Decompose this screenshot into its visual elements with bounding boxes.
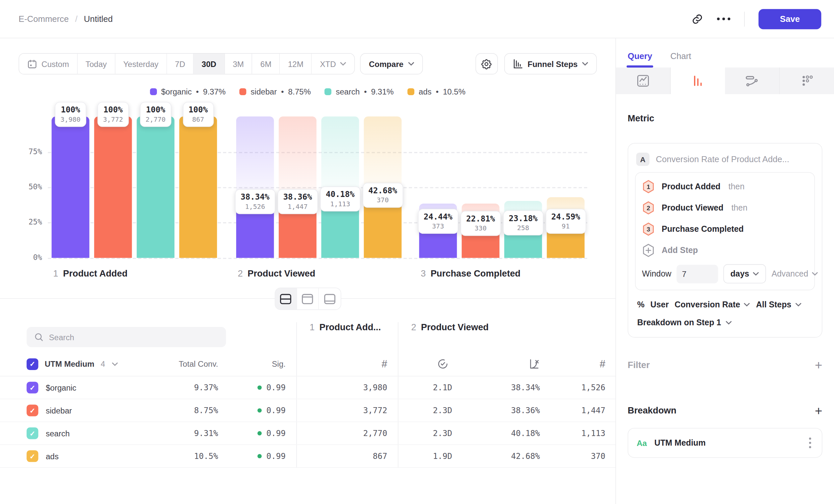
table-row[interactable]: ✓ sidebar 8.75% 0.99 3,772 2.3D 38.36% 1… [0,399,615,422]
tab-grid-chart[interactable] [780,68,834,94]
chevron-down-icon [340,62,346,66]
legend-item[interactable]: sidebar•8.75% [240,87,311,96]
funnel-step-row[interactable]: 1 Product Added then [642,176,808,197]
row-step2-count: 1,447 [540,406,616,415]
bar-value-tooltip: 24.59%91 [545,209,586,233]
range-30d[interactable]: 30D [194,54,225,74]
search-input[interactable] [49,333,219,342]
bar-value-tooltip: 22.81%330 [460,211,501,236]
measure-user-label[interactable]: User [651,300,669,310]
range-12m[interactable]: 12M [280,54,312,74]
advanced-toggle[interactable]: Advanced [772,269,818,278]
share-link-button[interactable] [692,13,703,25]
table-header-row-1: 1 Product Add... 2 Product Viewed [0,322,615,352]
layout-chart-only-button[interactable] [297,288,319,310]
funnel-step-row[interactable]: 2 Product Viewed then [642,197,808,219]
select-all-checkbox[interactable]: ✓ [26,358,38,370]
tab-funnel-chart[interactable] [671,68,725,94]
sig-dot [258,408,262,412]
window-unit-select[interactable]: days [724,264,766,283]
hexagon-plus-icon [642,244,655,257]
table-row[interactable]: ✓ search 9.31% 0.99 2,770 2.3D 40.18% 1,… [0,422,615,445]
add-breakdown-button[interactable]: + [815,405,822,417]
gear-icon [481,59,492,70]
breakdown-heading: Breakdown [628,406,676,416]
range-today[interactable]: Today [78,54,115,74]
ellipsis-icon [717,18,730,20]
add-filter-button[interactable]: + [815,359,822,371]
tab-query[interactable]: Query [628,52,652,68]
funnel-steps-editor: 1 Product Added then 2 Product Viewed th… [635,172,815,290]
page-title[interactable]: Untitled [84,14,113,24]
count-column-icon[interactable]: # [600,358,606,370]
breakdown-section-header: Breakdown + [628,405,822,417]
svg-text:1: 1 [646,183,650,190]
layout-table-only-button[interactable] [319,288,341,310]
row-checkbox[interactable]: ✓ [26,428,38,439]
range-custom[interactable]: Custom [19,54,78,74]
range-xtd[interactable]: XTD [312,54,354,74]
row-total-conv: 8.75% [159,406,218,415]
bar-value-tooltip: 40.18%1,113 [320,187,360,211]
bar-value-tooltip: 100%867 [183,102,214,127]
count-column-icon[interactable]: # [381,358,387,370]
row-total-conv: 9.31% [159,428,218,438]
breadcrumb-parent[interactable]: E-Commerce [19,14,69,24]
measure-steps-select[interactable]: All Steps [756,300,802,310]
table-row[interactable]: ✓ ads 10.5% 0.99 867 1.9D 42.68% 370 [0,445,615,468]
row-checkbox[interactable]: ✓ [26,450,38,462]
range-yesterday[interactable]: Yesterday [115,54,167,74]
breakdown-item[interactable]: Aa UTM Medium [628,428,822,458]
kebab-menu-icon[interactable] [807,435,813,450]
sig-dot [258,385,262,390]
metric-heading: Metric [628,113,822,124]
legend-swatch [408,88,414,95]
funnel-step-row[interactable]: 3 Purchase Completed [642,219,808,240]
window-value-input[interactable] [677,265,718,283]
tab-line-chart[interactable] [616,68,671,94]
tab-flow-chart[interactable] [725,68,780,94]
more-options-button[interactable] [717,18,730,20]
add-step-button[interactable]: Add Step [642,240,698,261]
group-column-label[interactable]: UTM Medium [45,360,94,368]
layout-split-view-button[interactable] [275,288,297,310]
funnel-chart-icon [691,74,705,88]
bar-value-tooltip: 38.36%1,447 [277,189,318,214]
chevron-down-icon [725,321,731,325]
funnel-bar[interactable] [94,116,132,258]
funnel-bar[interactable] [137,116,175,258]
funnel-bar[interactable] [179,116,217,258]
save-button[interactable]: Save [759,8,821,29]
chart-settings-button[interactable] [475,53,498,74]
funnel-chart: 75% 50% 25% 0% 100%3,98038.34%1,52624.44… [19,99,597,280]
range-3m[interactable]: 3M [225,54,253,74]
total-conv-column-header[interactable]: Total Conv. [159,360,218,368]
measure-conversion-select[interactable]: Conversion Rate [675,300,750,310]
legend-swatch [240,88,246,95]
table-step2-header: 2 Product Viewed [398,322,616,352]
chevron-down-icon[interactable] [111,362,118,366]
table-row[interactable]: ✓ $organic 9.37% 0.99 3,980 2.1D 38.34% … [0,376,615,399]
metric-summary[interactable]: A Conversion Rate of Product Adde... [635,151,815,173]
measure-pct-label[interactable]: % [637,300,644,310]
chevron-down-icon [744,302,750,307]
query-panel: Query Chart [616,38,834,504]
funnel-bar[interactable] [52,116,90,258]
breakdown-on-step-select[interactable]: Breakdown on Step 1 [635,310,815,333]
row-step1-count: 3,772 [296,399,398,421]
range-7d[interactable]: 7D [167,54,193,74]
avg-time-column-icon[interactable] [398,359,487,370]
range-6m[interactable]: 6M [253,54,280,74]
row-checkbox[interactable]: ✓ [26,382,38,393]
row-checkbox[interactable]: ✓ [26,405,38,416]
legend-item[interactable]: ads•10.5% [408,87,465,96]
conv-pct-column-icon[interactable] [529,359,540,370]
tab-chart[interactable]: Chart [671,52,692,68]
sig-column-header[interactable]: Sig. [218,360,286,368]
legend-item[interactable]: search•9.31% [325,87,393,96]
gridline [48,258,587,259]
legend-item[interactable]: $organic•9.37% [150,87,225,96]
compare-button[interactable]: Compare [360,53,423,74]
chart-type-selector[interactable]: Funnel Steps [504,53,597,74]
legend-swatch [150,88,157,95]
